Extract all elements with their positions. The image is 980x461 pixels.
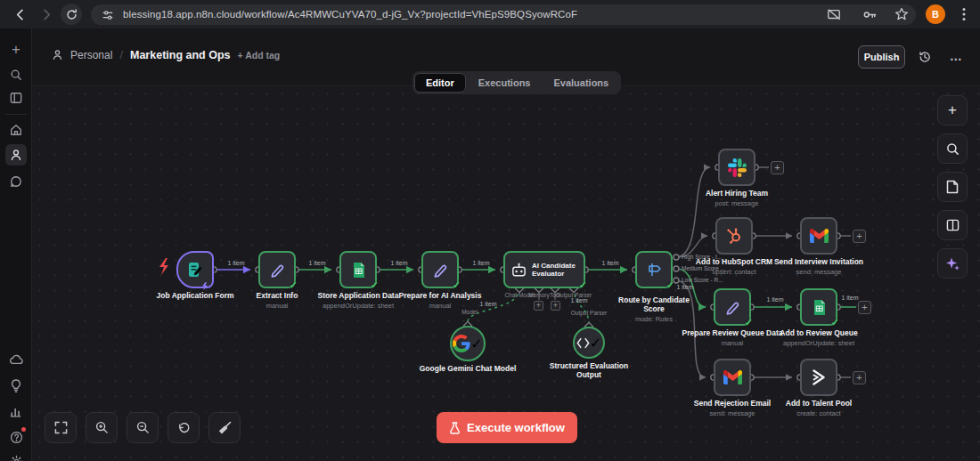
sidebar-home-icon[interactable] bbox=[5, 119, 27, 141]
route-output-low: Low Score - R... bbox=[682, 277, 723, 283]
form-icon bbox=[186, 261, 204, 279]
browser-menu-icon[interactable] bbox=[953, 4, 975, 25]
tidy-up-button[interactable] bbox=[208, 412, 241, 443]
code-brackets-icon bbox=[576, 337, 590, 349]
sidebar-insights-icon[interactable] bbox=[5, 400, 27, 422]
node-label: Structured Evaluation Output bbox=[540, 362, 638, 380]
success-check-icon: ✓ bbox=[453, 279, 461, 291]
back-icon[interactable] bbox=[9, 4, 30, 25]
node-send-rejection-email[interactable] bbox=[714, 359, 751, 396]
password-key-icon[interactable] bbox=[862, 8, 878, 21]
node-add-to-hubspot-crm[interactable] bbox=[715, 217, 753, 255]
node-label: AI Candidate Evaluator bbox=[532, 262, 578, 278]
add-memory-button[interactable]: + bbox=[534, 301, 543, 311]
add-node-endpoint[interactable]: + bbox=[771, 161, 784, 174]
flask-icon bbox=[449, 422, 461, 434]
tab-evaluations[interactable]: Evaluations bbox=[543, 73, 619, 93]
add-tool-button[interactable]: + bbox=[551, 301, 560, 311]
edit-icon bbox=[269, 262, 285, 278]
execute-workflow-button[interactable]: Execute workflow bbox=[437, 412, 577, 443]
forward-icon[interactable] bbox=[36, 4, 57, 25]
zoom-out-button[interactable] bbox=[127, 412, 159, 443]
sidebar-panel-icon[interactable] bbox=[5, 87, 27, 109]
address-bar[interactable]: blessing18.app.n8n.cloud/workflow/Ac4RMW… bbox=[91, 4, 916, 25]
edge-label: 1 item bbox=[301, 260, 333, 266]
breadcrumb-separator: / bbox=[119, 48, 123, 61]
workflow-title[interactable]: Marketing and Ops bbox=[130, 49, 231, 61]
sidebar-settings-icon[interactable] bbox=[5, 450, 27, 461]
browser-toolbar: blessing18.app.n8n.cloud/workflow/Ac4RMW… bbox=[0, 0, 980, 28]
node-label: Alert Hiring Teampost: message bbox=[683, 190, 790, 207]
edit-icon bbox=[432, 262, 448, 278]
node-prepare-for-ai-analysis[interactable]: ✓ bbox=[421, 251, 459, 288]
node-extract-info[interactable]: ✓ bbox=[258, 251, 296, 288]
tab-editor[interactable]: Editor bbox=[414, 73, 466, 93]
node-route-by-candidate-score[interactable]: ✓ bbox=[635, 251, 673, 288]
node-alert-hiring-team[interactable] bbox=[718, 149, 755, 186]
node-google-gemini-chat-model[interactable]: ✓ bbox=[450, 326, 486, 361]
add-node-endpoint[interactable]: + bbox=[858, 301, 871, 314]
sticky-note-button[interactable] bbox=[937, 172, 968, 202]
success-check-icon: ✓ bbox=[666, 279, 674, 291]
add-tag-button[interactable]: + Add tag bbox=[238, 50, 281, 61]
publish-button[interactable]: Publish bbox=[858, 45, 905, 69]
node-add-to-talent-pool[interactable] bbox=[800, 359, 837, 396]
add-node-button[interactable]: + bbox=[937, 95, 968, 125]
view-tabs: Editor Executions Evaluations bbox=[412, 71, 621, 94]
project-person-icon bbox=[52, 49, 63, 61]
google-sheets-icon bbox=[351, 262, 366, 279]
url-text: blessing18.app.n8n.cloud/workflow/Ac4RMW… bbox=[123, 9, 577, 20]
node-job-application-form[interactable] bbox=[176, 251, 214, 288]
zoom-to-fit-button[interactable] bbox=[45, 412, 77, 443]
success-check-icon: ✓ bbox=[590, 335, 601, 352]
node-add-to-review-queue[interactable]: ✓ bbox=[800, 288, 837, 326]
bookmark-star-icon[interactable] bbox=[894, 7, 909, 21]
node-label: Prepare for AI Analysismanual bbox=[387, 292, 494, 310]
split-panel-button[interactable] bbox=[937, 210, 968, 240]
node-store-application-data[interactable]: ✓ bbox=[339, 251, 377, 288]
ai-assistant-icon[interactable] bbox=[937, 248, 968, 279]
node-send-interview-invitation[interactable] bbox=[800, 217, 837, 255]
edge-label: 1 item bbox=[383, 260, 415, 266]
output-parser-port-label: Output Parser bbox=[559, 310, 618, 316]
browser-profile-avatar[interactable]: B bbox=[926, 4, 945, 24]
refresh-icon[interactable] bbox=[61, 4, 82, 25]
success-check-icon: ✓ bbox=[579, 279, 587, 291]
gmail-icon bbox=[723, 370, 742, 384]
canvas-search-button[interactable] bbox=[937, 133, 968, 164]
sidebar-chat-icon[interactable] bbox=[5, 171, 27, 192]
node-label: Google Gemini Chat Model bbox=[419, 365, 517, 374]
workflow-editor: Personal / Marketing and Ops + Add tag P… bbox=[32, 28, 980, 461]
edge-label: 1 item bbox=[220, 260, 252, 266]
node-structured-evaluation-output[interactable]: ✓ bbox=[573, 327, 605, 359]
zoom-in-button[interactable] bbox=[86, 412, 118, 443]
sidebar-cloud-icon[interactable] bbox=[5, 349, 27, 370]
breadcrumb: Personal / Marketing and Ops + Add tag bbox=[52, 48, 280, 61]
add-node-endpoint[interactable]: + bbox=[853, 230, 866, 243]
sidebar-divider bbox=[5, 114, 27, 115]
node-ai-candidate-evaluator[interactable]: AI Candidate Evaluator ✓ bbox=[503, 251, 585, 288]
success-check-icon: ✓ bbox=[745, 317, 753, 328]
sidebar-new-icon[interactable]: + bbox=[5, 39, 27, 61]
edge-label: 1 item bbox=[759, 296, 791, 303]
success-check-icon: ✓ bbox=[831, 317, 839, 328]
node-prepare-review-queue-data[interactable]: ✓ bbox=[714, 288, 751, 326]
undo-button[interactable] bbox=[167, 412, 200, 443]
edge-label: 1 item bbox=[834, 295, 866, 301]
sidebar-personal-icon[interactable] bbox=[5, 144, 27, 166]
add-node-endpoint[interactable]: + bbox=[853, 371, 866, 384]
site-settings-icon[interactable] bbox=[102, 9, 114, 21]
execute-workflow-label: Execute workflow bbox=[467, 421, 565, 434]
node-label: Send Interview Invitationsend: message bbox=[765, 258, 872, 276]
app-sidebar: + bbox=[0, 28, 32, 461]
sidebar-search-icon[interactable] bbox=[5, 64, 27, 85]
screen-share-off-icon[interactable] bbox=[827, 8, 841, 21]
workflow-canvas[interactable]: 1 item 1 item 1 item 1 item 1 item 1 ite… bbox=[32, 85, 980, 461]
sidebar-whats-new-icon[interactable] bbox=[5, 375, 27, 396]
tab-executions[interactable]: Executions bbox=[468, 73, 542, 93]
workflow-menu-icon[interactable]: ⋯ bbox=[950, 52, 963, 66]
breadcrumb-project[interactable]: Personal bbox=[70, 49, 112, 61]
history-icon[interactable] bbox=[918, 50, 932, 64]
gmail-icon bbox=[810, 229, 829, 243]
sidebar-help-icon[interactable] bbox=[5, 426, 27, 448]
